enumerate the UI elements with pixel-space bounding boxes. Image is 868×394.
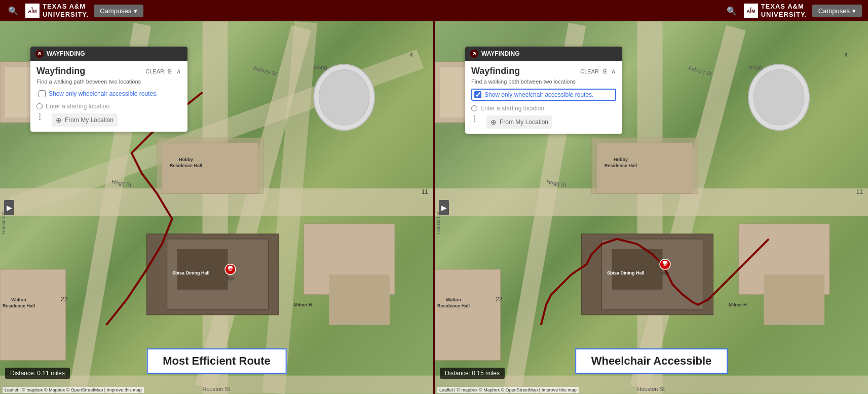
right-wayfinding-body: Wayfinding CLEAR ⎘ ∧ Find a walking path…: [465, 61, 622, 134]
right-wayfinding-panel: ⊘ WAYFINDING Wayfinding CLEAR ⎘ ∧ Find a…: [465, 47, 622, 134]
right-wf-title: Wayfinding: [471, 66, 520, 76]
left-from-location[interactable]: ⊕ From My Location: [52, 113, 118, 127]
logo-right: AῘM TEXAS A&M UNIVERSITY.: [744, 3, 807, 18]
left-wf-dots: [39, 113, 41, 120]
logo-left: AῘM TEXAS A&M UNIVERSITY.: [25, 3, 89, 18]
left-from-location-label: From My Location: [65, 116, 114, 124]
left-title-row: Wayfinding CLEAR ⎘ ∧: [36, 66, 181, 76]
search-button-right[interactable]: 🔍: [725, 4, 739, 18]
tamu-emblem-right: AῘM: [744, 4, 758, 18]
left-location-radio[interactable]: [36, 103, 43, 109]
left-checkbox-row: Show only wheelchair accessible routes.: [36, 89, 181, 99]
right-wayfinding-badge: WAYFINDING: [481, 50, 520, 57]
right-radio-row: Enter a starting location: [471, 105, 616, 112]
left-distance-bar: Distance: 0.11 miles: [5, 368, 70, 379]
left-hobby-label: HobbyResidence Hall: [170, 157, 202, 169]
left-milner-label: Milner H: [294, 302, 312, 307]
right-checkbox-label[interactable]: Show only wheelchair accessible routes.: [484, 91, 593, 98]
right-location-radio[interactable]: [471, 105, 477, 111]
tamu-emblem-left: AῘM: [25, 4, 40, 18]
left-location-pin-icon: ⊕: [56, 116, 62, 124]
left-radio-row: Enter a starting location: [36, 103, 181, 110]
right-wayfinding-header: ⊘ WAYFINDING: [465, 47, 622, 61]
right-hobby-label: HobbyResidence Hall: [605, 157, 637, 169]
right-from-location-label: From My Location: [500, 119, 548, 126]
left-map-number-22: 22: [61, 296, 67, 303]
right-map-panel[interactable]: TAMU Asbury St Hogg St Hogg Houston St H…: [435, 21, 868, 394]
left-collapse-icon[interactable]: ∧: [176, 67, 181, 75]
campuses-button-right[interactable]: Campuses ▾: [812, 5, 862, 17]
search-button-left[interactable]: 🔍: [6, 4, 20, 18]
right-walton-label: WaltonResidence Hall: [437, 297, 470, 309]
right-wf-controls: CLEAR ⎘ ∧: [580, 67, 616, 75]
left-wf-subtitle: Find a walking path between two location…: [36, 78, 181, 85]
left-wayfinding-header: ⊘ WAYFINDING: [30, 47, 187, 61]
right-clear-button[interactable]: CLEAR: [580, 68, 599, 74]
left-nav-icon: ⊘: [35, 50, 44, 58]
left-map-nav-arrow[interactable]: ▶: [4, 200, 14, 215]
maps-container: TAMU Asbury St Hogg St Hogg Houston St H…: [0, 21, 868, 394]
right-title-row: Wayfinding CLEAR ⎘ ∧: [471, 66, 616, 76]
left-map-panel[interactable]: TAMU Asbury St Hogg St Hogg Houston St H…: [0, 21, 433, 394]
right-radio-label: Enter a starting location: [480, 105, 544, 112]
top-navigation-bar: 🔍 AῘM TEXAS A&M UNIVERSITY. Campuses ▾ 🔍…: [0, 0, 868, 21]
right-from-location[interactable]: ⊕ From My Location: [486, 115, 552, 129]
left-walton-label: WaltonResidence Hall: [3, 297, 35, 309]
svg-text:AῘM: AῘM: [28, 7, 37, 14]
left-clear-button[interactable]: CLEAR: [145, 68, 164, 74]
left-wheelchair-checkbox[interactable]: [39, 90, 46, 97]
left-wayfinding-badge: WAYFINDING: [47, 50, 85, 57]
right-sbisa-label: Sbisa Dining Hall: [607, 270, 645, 275]
right-wf-subtitle: Find a walking path between two location…: [471, 78, 616, 85]
right-wf-dots: [474, 115, 475, 122]
right-attribution: Leaflet | © mapbox © Mapbox © OpenStreet…: [437, 387, 579, 393]
right-caption-text: Wheelchair Accessible: [591, 354, 712, 367]
tamu-text-left: TEXAS A&M UNIVERSITY.: [43, 3, 89, 18]
left-radio-label: Enter a starting location: [46, 103, 109, 110]
left-checkbox-label[interactable]: Show only wheelchair accessible routes.: [49, 90, 158, 97]
right-checkbox-row: Show only wheelchair accessible routes.: [471, 89, 616, 101]
right-map-number-22: 22: [496, 296, 502, 303]
right-nav-icon: ⊘: [470, 50, 478, 58]
left-caption-text: Most Efficient Route: [163, 354, 271, 367]
right-collapse-icon[interactable]: ∧: [611, 67, 616, 75]
right-distance-bar: Distance: 0.15 miles: [440, 368, 505, 379]
right-map-number-4: 4: [844, 52, 848, 59]
campuses-button-left[interactable]: Campuses ▾: [94, 5, 143, 17]
left-wayfinding-panel: ⊘ WAYFINDING Wayfinding CLEAR ⎘ ∧ Find a…: [30, 47, 187, 132]
left-sbisa-label: Sbisa Dining Hall: [172, 270, 210, 275]
left-distance-text: Distance: 0.11 miles: [10, 370, 65, 377]
svg-text:AῘM: AῘM: [746, 7, 755, 14]
left-share-icon[interactable]: ⎘: [168, 67, 172, 75]
right-map-number-11: 11: [856, 188, 863, 195]
right-distance-text: Distance: 0.15 miles: [445, 370, 500, 377]
left-map-number-4: 4: [409, 52, 413, 59]
right-wheelchair-checkbox[interactable]: [474, 91, 481, 98]
tamu-text-right: TEXAS A&M UNIVERSITY.: [761, 3, 807, 18]
left-attribution: Leaflet | © mapbox © Mapbox © OpenStreet…: [3, 387, 144, 393]
left-wayfinding-body: Wayfinding CLEAR ⎘ ∧ Find a walking path…: [30, 61, 187, 132]
left-map-number-11: 11: [422, 188, 428, 195]
right-share-icon[interactable]: ⎘: [603, 67, 607, 75]
right-caption-box: Wheelchair Accessible: [575, 348, 728, 374]
right-location-inputs: Enter a starting location ⊕ From My Loca…: [471, 105, 616, 129]
right-map-nav-arrow[interactable]: ▶: [439, 200, 449, 215]
right-location-pin-icon: ⊕: [490, 118, 497, 126]
left-wf-controls: CLEAR ⎘ ∧: [145, 67, 181, 75]
right-milner-label: Milner H: [729, 302, 747, 307]
left-location-inputs: Enter a starting location ⊕ From My Loca…: [36, 103, 181, 127]
left-attribution-text: Leaflet | © mapbox © Mapbox © OpenStreet…: [5, 387, 142, 392]
left-wf-title: Wayfinding: [36, 66, 85, 76]
left-caption-box: Most Efficient Route: [146, 348, 287, 374]
right-attribution-text: Leaflet | © mapbox © Mapbox © OpenStreet…: [439, 387, 577, 392]
